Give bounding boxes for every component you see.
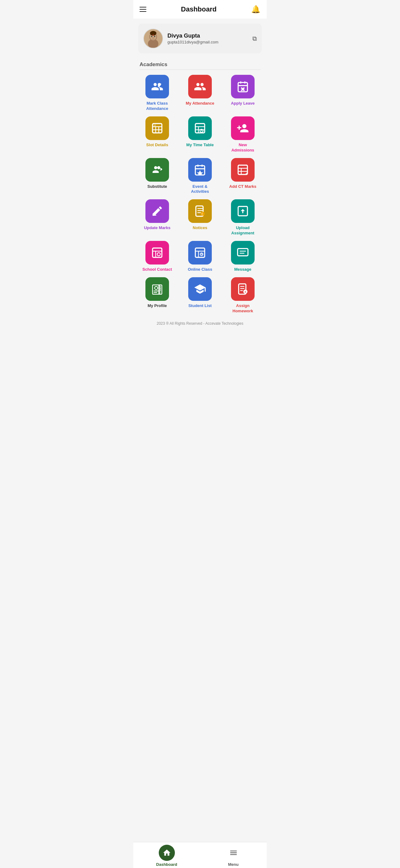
grid-item-online-class[interactable]: Online Class <box>181 241 219 272</box>
svg-point-63 <box>155 286 158 290</box>
nav-dashboard[interactable]: Dashboard <box>155 845 179 867</box>
avatar <box>143 29 163 49</box>
grid-item-slot-details[interactable]: 12Slot Details <box>138 116 176 153</box>
label-assign-homework: Assign Homework <box>233 303 253 314</box>
notices-icon: ! <box>194 205 206 217</box>
grid-item-notices[interactable]: !Notices <box>181 199 219 236</box>
dashboard-nav-label: Dashboard <box>156 862 177 867</box>
label-student-list: Student List <box>188 303 211 309</box>
label-my-attendance: My Attendance <box>186 101 214 106</box>
svg-point-2 <box>148 39 159 49</box>
school-contact-icon <box>151 247 163 259</box>
add-ct-marks-icon: + <box>237 164 249 176</box>
icon-box-upload-assignment <box>231 199 255 223</box>
icon-box-notices: ! <box>188 199 212 223</box>
grid-item-mark-class-attendance[interactable]: Mark Class Attendance <box>138 75 176 112</box>
grid-item-update-marks[interactable]: Update Marks <box>138 199 176 236</box>
svg-text:!: ! <box>202 213 202 216</box>
menu-nav-label: Menu <box>228 862 239 867</box>
svg-rect-65 <box>154 292 157 293</box>
message-icon <box>237 247 249 259</box>
header: Dashboard 🔔 <box>133 0 267 19</box>
grid-item-my-profile[interactable]: My Profile <box>138 277 176 314</box>
grid-item-assign-homework[interactable]: +Assign Homework <box>224 277 262 314</box>
grid-item-new-admissions[interactable]: New Admissions <box>224 116 262 153</box>
new-admissions-icon <box>237 122 249 134</box>
label-new-admissions: New Admissions <box>231 143 254 153</box>
svg-rect-53 <box>195 248 205 257</box>
profile-card: Divya Gupta gupta1011divya@gmail.com ⧉ <box>138 24 262 53</box>
grid-item-upload-assignment[interactable]: Upload Assignment <box>224 199 262 236</box>
icon-box-new-admissions <box>231 116 255 140</box>
grid-item-my-time-table[interactable]: My Time Table <box>181 116 219 153</box>
substitute-icon <box>151 164 163 176</box>
bottom-nav: Dashboard Menu <box>133 842 267 868</box>
page-title: Dashboard <box>181 5 217 13</box>
icon-box-my-time-table <box>188 116 212 140</box>
label-apply-leave: Apply Leave <box>231 101 255 106</box>
label-substitute: Substitute <box>147 184 167 189</box>
mark-class-attendance-icon <box>151 81 163 93</box>
label-online-class: Online Class <box>188 267 212 272</box>
notification-bell-icon[interactable]: 🔔 <box>251 5 261 14</box>
svg-point-52 <box>157 253 160 256</box>
label-mark-class-attendance: Mark Class Attendance <box>146 101 168 112</box>
svg-rect-8 <box>150 32 157 34</box>
icon-box-message <box>231 241 255 265</box>
profile-left: Divya Gupta gupta1011divya@gmail.com <box>143 29 218 49</box>
label-event-activities: Event & Activities <box>191 184 209 195</box>
icon-box-add-ct-marks: + <box>231 158 255 182</box>
grid-item-message[interactable]: Message <box>224 241 262 272</box>
grid-item-apply-leave[interactable]: Apply Leave <box>224 75 262 112</box>
external-link-icon[interactable]: ⧉ <box>253 35 257 42</box>
svg-point-30 <box>157 166 160 169</box>
svg-rect-66 <box>159 285 162 294</box>
upload-assignment-icon <box>237 205 249 217</box>
my-time-table-icon <box>194 122 206 134</box>
profile-email: gupta1011divya@gmail.com <box>167 40 218 44</box>
grid-item-student-list[interactable]: Student List <box>181 277 219 314</box>
svg-point-29 <box>154 166 157 169</box>
footer-text: 2023 ® All Rights Reserved - Accevate Te… <box>133 319 267 350</box>
update-marks-icon <box>151 205 163 217</box>
menu-nav-icon <box>226 845 241 861</box>
label-add-ct-marks: Add CT Marks <box>229 184 256 189</box>
svg-text:+: + <box>245 171 248 176</box>
event-activities-icon <box>194 164 206 176</box>
dashboard-nav-icon <box>159 845 175 861</box>
label-school-contact: School Contact <box>142 267 172 272</box>
student-list-icon <box>194 283 206 295</box>
icon-box-online-class <box>188 241 212 265</box>
academics-grid: Mark Class AttendanceMy AttendanceApply … <box>133 75 267 319</box>
icon-box-assign-homework: + <box>231 277 255 301</box>
profile-name: Divya Gupta <box>167 33 218 39</box>
svg-text:+: + <box>244 290 246 294</box>
my-profile-icon <box>151 283 163 295</box>
hamburger-menu[interactable] <box>139 7 146 12</box>
svg-rect-10 <box>238 83 247 92</box>
label-upload-assignment: Upload Assignment <box>231 225 254 236</box>
icon-box-slot-details: 12 <box>145 116 169 140</box>
svg-rect-64 <box>154 290 159 291</box>
svg-text:12: 12 <box>154 124 156 126</box>
grid-item-my-attendance[interactable]: My Attendance <box>181 75 219 112</box>
icon-box-student-list <box>188 277 212 301</box>
grid-item-substitute[interactable]: Substitute <box>138 158 176 195</box>
icon-box-school-contact <box>145 241 169 265</box>
label-notices: Notices <box>193 225 207 231</box>
label-message: Message <box>234 267 252 272</box>
grid-item-add-ct-marks[interactable]: +Add CT Marks <box>224 158 262 195</box>
icon-box-update-marks <box>145 199 169 223</box>
icon-box-my-profile <box>145 277 169 301</box>
svg-point-9 <box>153 34 154 36</box>
online-class-icon <box>194 247 206 259</box>
icon-box-substitute <box>145 158 169 182</box>
grid-item-school-contact[interactable]: School Contact <box>138 241 176 272</box>
icon-box-my-attendance <box>188 75 212 98</box>
grid-item-event-activities[interactable]: Event & Activities <box>181 158 219 195</box>
icon-box-event-activities <box>188 158 212 182</box>
nav-menu[interactable]: Menu <box>221 845 246 867</box>
label-my-profile: My Profile <box>147 303 167 309</box>
section-divider <box>139 69 261 70</box>
my-attendance-icon <box>194 81 206 93</box>
